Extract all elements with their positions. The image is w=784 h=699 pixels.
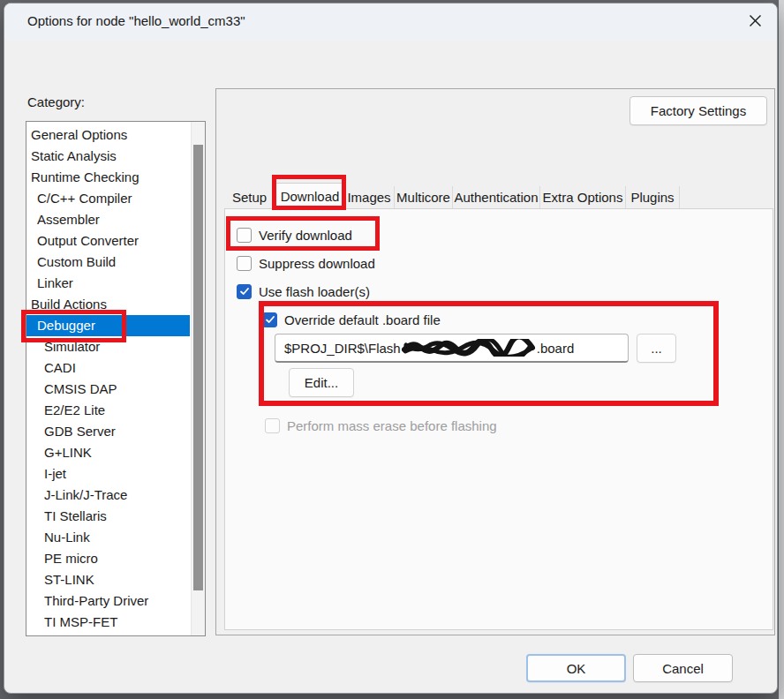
list-item-c-compiler[interactable]: C/C++ Compiler xyxy=(26,188,190,209)
mass-erase-checkbox-disabled xyxy=(265,418,280,433)
tab-multicore[interactable]: Multicore xyxy=(395,186,453,209)
mass-erase-row: Perform mass erase before flashing xyxy=(265,417,497,434)
mass-erase-label: Perform mass erase before flashing xyxy=(287,418,497,433)
factory-settings-button[interactable]: Factory Settings xyxy=(629,96,767,125)
override-board-file-checkbox[interactable] xyxy=(262,312,277,327)
category-scrollbar[interactable] xyxy=(191,122,205,635)
tab-authentication[interactable]: Authentication xyxy=(453,186,540,209)
suppress-download-label: Suppress download xyxy=(259,256,375,271)
override-board-file-label: Override default .board file xyxy=(284,312,441,327)
list-item-runtime-checking[interactable]: Runtime Checking xyxy=(26,167,190,188)
list-item-ti-stellaris[interactable]: TI Stellaris xyxy=(26,506,190,527)
screenshot-stage: Options for node "hello_world_cm33" Cate… xyxy=(0,0,784,699)
list-item-build-actions[interactable]: Build Actions xyxy=(26,294,190,315)
list-item-pe-micro[interactable]: PE micro xyxy=(26,548,190,569)
list-item-third-party[interactable]: Third-Party Driver xyxy=(26,590,190,612)
use-flash-loaders-checkbox[interactable] xyxy=(237,284,252,299)
use-flash-loaders-row[interactable]: Use flash loader(s) xyxy=(237,282,370,300)
verify-download-label: Verify download xyxy=(259,228,352,243)
scrollbar-thumb[interactable] xyxy=(193,145,203,590)
tab-images[interactable]: Images xyxy=(344,186,395,209)
close-button[interactable] xyxy=(743,11,767,34)
list-item-assembler[interactable]: Assembler xyxy=(26,209,190,230)
verify-download-row[interactable]: Verify download xyxy=(237,226,352,244)
tab-plugins[interactable]: Plugins xyxy=(626,186,680,209)
tab-strip: Setup Download Images Multicore Authenti… xyxy=(224,183,680,209)
use-flash-loaders-label: Use flash loader(s) xyxy=(259,284,370,299)
background-app-edge xyxy=(779,0,784,699)
edit-button[interactable]: Edit... xyxy=(289,368,354,397)
category-list: General Options Static Analysis Runtime … xyxy=(26,124,190,633)
list-item-ti-msp-fet[interactable]: TI MSP-FET xyxy=(26,612,190,633)
dialog-titlebar[interactable]: Options for node "hello_world_cm33" xyxy=(4,4,777,41)
browse-button[interactable]: ... xyxy=(637,334,676,363)
board-file-path-input[interactable]: $PROJ_DIR$\Flash .board xyxy=(275,334,629,363)
list-item-e2-lite[interactable]: E2/E2 Lite xyxy=(26,400,190,421)
verify-download-checkbox[interactable] xyxy=(237,228,252,243)
close-icon xyxy=(749,14,762,31)
list-item-nu-link[interactable]: Nu-Link xyxy=(26,527,190,548)
list-item-custom-build[interactable]: Custom Build xyxy=(26,252,190,273)
options-dialog: Options for node "hello_world_cm33" Cate… xyxy=(4,3,778,694)
list-item-output-converter[interactable]: Output Converter xyxy=(26,230,190,252)
list-item-st-link[interactable]: ST-LINK xyxy=(26,569,190,590)
suppress-download-checkbox[interactable] xyxy=(237,256,252,271)
category-listbox[interactable]: General Options Static Analysis Runtime … xyxy=(26,121,206,636)
tab-setup[interactable]: Setup xyxy=(224,186,275,209)
list-item-static-analysis[interactable]: Static Analysis xyxy=(26,146,190,167)
checkmark-icon xyxy=(265,312,275,327)
override-board-file-row[interactable]: Override default .board file xyxy=(262,311,441,328)
list-item-general-options[interactable]: General Options xyxy=(26,124,190,146)
list-item-simulator[interactable]: Simulator xyxy=(26,336,190,357)
dialog-title: Options for node "hello_world_cm33" xyxy=(27,13,245,28)
list-item-linker[interactable]: Linker xyxy=(26,273,190,294)
redaction-scribble xyxy=(402,339,536,359)
board-path-suffix: .board xyxy=(537,341,575,356)
list-item-cadi[interactable]: CADI xyxy=(26,357,190,379)
cancel-button[interactable]: Cancel xyxy=(633,654,733,682)
tab-extra-options[interactable]: Extra Options xyxy=(540,186,626,209)
ok-button[interactable]: OK xyxy=(526,654,626,682)
checkmark-icon xyxy=(239,284,250,299)
category-label: Category: xyxy=(27,94,85,109)
list-item-g-link[interactable]: G+LINK xyxy=(26,442,190,463)
tab-download-active[interactable]: Download xyxy=(275,183,344,209)
board-path-prefix: $PROJ_DIR$\Flash xyxy=(284,341,401,356)
list-item-j-link-j-trace[interactable]: J-Link/J-Trace xyxy=(26,485,190,506)
list-item-cmsis-dap[interactable]: CMSIS DAP xyxy=(26,379,190,400)
list-item-i-jet[interactable]: I-jet xyxy=(26,463,190,485)
suppress-download-row[interactable]: Suppress download xyxy=(237,254,375,272)
list-item-debugger-selected[interactable]: Debugger xyxy=(26,315,190,336)
list-item-gdb-server[interactable]: GDB Server xyxy=(26,421,190,442)
